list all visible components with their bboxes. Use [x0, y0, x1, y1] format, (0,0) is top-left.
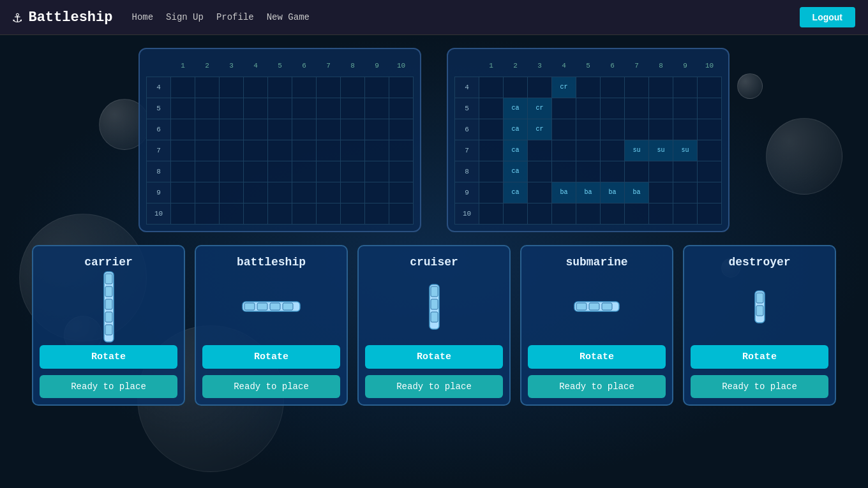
ready-button-submarine[interactable]: Ready to place [528, 375, 666, 398]
grid-cell[interactable] [292, 98, 317, 119]
grid-cell[interactable] [552, 203, 576, 224]
ready-button-cruiser[interactable]: Ready to place [365, 375, 503, 398]
grid-cell[interactable] [317, 203, 341, 224]
grid-cell[interactable]: cr [552, 77, 576, 98]
grid-cell[interactable] [504, 203, 528, 224]
grid-cell[interactable] [341, 98, 365, 119]
grid-cell[interactable] [195, 161, 220, 182]
grid-cell[interactable] [244, 203, 268, 224]
grid-cell[interactable] [220, 77, 244, 98]
rotate-button-battleship[interactable]: Rotate [202, 345, 340, 369]
grid-cell[interactable] [479, 161, 504, 182]
grid-cell[interactable] [365, 182, 389, 203]
grid-cell[interactable] [625, 98, 649, 119]
grid-cell[interactable] [341, 161, 365, 182]
grid-cell[interactable] [601, 77, 625, 98]
grid-cell[interactable] [576, 77, 601, 98]
grid-cell[interactable] [528, 140, 552, 161]
grid-cell[interactable] [220, 161, 244, 182]
grid-cell[interactable] [341, 182, 365, 203]
grid-cell[interactable] [552, 161, 576, 182]
grid-cell[interactable] [552, 140, 576, 161]
grid-cell[interactable] [244, 182, 268, 203]
grid-cell[interactable] [171, 77, 195, 98]
grid-cell[interactable] [195, 140, 220, 161]
grid-cell[interactable] [195, 182, 220, 203]
grid-cell[interactable] [698, 161, 722, 182]
grid-cell[interactable] [244, 77, 268, 98]
grid-cell[interactable] [479, 98, 504, 119]
grid-cell[interactable] [365, 140, 389, 161]
nav-signup[interactable]: Sign Up [166, 12, 204, 22]
grid-cell[interactable] [195, 77, 220, 98]
grid-cell[interactable] [171, 161, 195, 182]
grid-cell[interactable]: ba [576, 182, 601, 203]
grid-cell[interactable] [268, 203, 292, 224]
grid-cell[interactable] [479, 77, 504, 98]
grid-cell[interactable] [195, 119, 220, 140]
grid-cell[interactable]: ba [601, 182, 625, 203]
grid-cell[interactable] [195, 98, 220, 119]
grid-cell[interactable]: cr [528, 119, 552, 140]
grid-cell[interactable] [171, 182, 195, 203]
nav-newgame[interactable]: New Game [267, 12, 310, 22]
grid-cell[interactable] [171, 140, 195, 161]
grid-cell[interactable] [171, 98, 195, 119]
grid-cell[interactable] [649, 161, 673, 182]
grid-cell[interactable] [673, 98, 698, 119]
grid-cell[interactable] [698, 203, 722, 224]
grid-cell[interactable] [649, 77, 673, 98]
grid-cell[interactable] [341, 77, 365, 98]
grid-cell[interactable] [268, 182, 292, 203]
grid-cell[interactable] [317, 98, 341, 119]
grid-cell[interactable] [649, 182, 673, 203]
grid-cell[interactable] [365, 98, 389, 119]
grid-cell[interactable] [649, 98, 673, 119]
grid-cell[interactable] [220, 203, 244, 224]
grid-cell[interactable]: su [649, 140, 673, 161]
grid-cell[interactable] [389, 98, 414, 119]
grid-cell[interactable] [244, 161, 268, 182]
grid-cell[interactable] [268, 161, 292, 182]
grid-cell[interactable] [528, 182, 552, 203]
grid-cell[interactable] [698, 182, 722, 203]
grid-cell[interactable]: su [673, 140, 698, 161]
grid-cell[interactable] [220, 119, 244, 140]
grid-cell[interactable] [673, 182, 698, 203]
grid-cell[interactable] [268, 119, 292, 140]
grid-cell[interactable] [365, 161, 389, 182]
grid-cell[interactable] [479, 182, 504, 203]
grid-cell[interactable] [317, 161, 341, 182]
grid-cell[interactable] [673, 161, 698, 182]
grid-cell[interactable] [389, 182, 414, 203]
grid-cell[interactable] [195, 203, 220, 224]
grid-cell[interactable] [698, 98, 722, 119]
grid-cell[interactable] [528, 77, 552, 98]
grid-cell[interactable] [389, 203, 414, 224]
grid-cell[interactable] [528, 161, 552, 182]
grid-cell[interactable] [649, 119, 673, 140]
rotate-button-submarine[interactable]: Rotate [528, 345, 666, 369]
grid-cell[interactable] [673, 77, 698, 98]
grid-cell[interactable] [292, 119, 317, 140]
grid-cell[interactable] [576, 140, 601, 161]
grid-cell[interactable] [625, 161, 649, 182]
grid-cell[interactable]: ca [504, 119, 528, 140]
rotate-button-carrier[interactable]: Rotate [40, 345, 177, 369]
grid-cell[interactable]: su [625, 140, 649, 161]
grid-cell[interactable] [220, 98, 244, 119]
grid-cell[interactable]: ca [504, 98, 528, 119]
grid-cell[interactable] [171, 119, 195, 140]
grid-cell[interactable] [268, 98, 292, 119]
grid-cell[interactable] [552, 119, 576, 140]
grid-cell[interactable] [341, 203, 365, 224]
grid-cell[interactable] [479, 203, 504, 224]
grid-cell[interactable] [365, 203, 389, 224]
grid-cell[interactable] [220, 182, 244, 203]
grid-cell[interactable] [601, 140, 625, 161]
grid-cell[interactable] [601, 161, 625, 182]
grid-cell[interactable] [389, 161, 414, 182]
grid-cell[interactable] [292, 77, 317, 98]
grid-cell[interactable] [317, 182, 341, 203]
grid-cell[interactable] [292, 140, 317, 161]
